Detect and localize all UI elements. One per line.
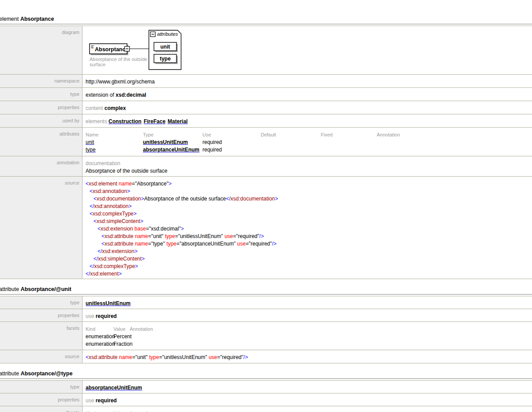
namespace-value: http://www.gbxml.org/schema	[82, 75, 532, 87]
element-doc-table: diagram attributes unit	[0, 26, 532, 279]
source-token: ="absorptanceUnitEnum"	[176, 241, 236, 247]
unit-section-title: attribute Absorptance/@unit	[0, 286, 532, 295]
diagram-element-box[interactable]: Absorptance	[90, 44, 128, 55]
namespace-row-label: namespace	[0, 75, 82, 87]
source-token: <	[86, 181, 89, 187]
attribute-type-link[interactable]: unitlessUnitEnum	[143, 139, 202, 146]
attributes-collapse-icon[interactable]	[150, 32, 155, 37]
source-token: name	[117, 181, 132, 187]
source-token: ="xsd:decimal"	[146, 226, 181, 232]
type-value: extension of xsd:decimal	[82, 88, 532, 101]
source-token: xsd:attribute	[89, 354, 117, 360]
type-properties-key: use	[86, 397, 96, 404]
source-token: type	[165, 241, 176, 247]
source-token: name	[133, 233, 148, 239]
used-by-link[interactable]: FireFace	[144, 118, 165, 125]
source-token: use	[236, 241, 246, 247]
type-type-row-label: type	[0, 381, 82, 393]
source-token: ="unit"	[148, 233, 164, 239]
source-line: <xsd:complexType>	[86, 210, 532, 218]
source-token: name	[133, 241, 148, 247]
unit-source-code: <xsd:attribute name="unit" type="unitles…	[82, 350, 532, 363]
source-token: >	[119, 271, 122, 277]
source-token: type	[164, 233, 175, 239]
source-token: xsd:annotation	[93, 188, 127, 194]
type-type-link[interactable]: absorptanceUnitEnum	[86, 385, 142, 391]
source-token: xsd:element	[89, 181, 117, 187]
attribute-name-link[interactable]: type	[86, 146, 143, 154]
source-token: <	[101, 233, 105, 239]
unit-type-link[interactable]: unitlessUnitEnum	[86, 300, 131, 306]
source-token: ="Absorptance"	[132, 181, 169, 187]
unit-properties-key: use	[86, 313, 96, 319]
source-token: />	[272, 241, 277, 247]
source-line: <xsd:attribute name="unit" type="unitles…	[86, 354, 532, 361]
source-line: <xsd:simpleContent>	[86, 218, 532, 225]
type-facets-row-label: facets	[0, 406, 82, 412]
source-token: >	[135, 248, 138, 254]
type-row: type extension of xsd:decimal	[0, 88, 532, 101]
source-token: </	[86, 271, 90, 277]
attribute-default	[261, 146, 321, 154]
type-base: xsd:decimal	[116, 92, 146, 98]
diagram-element-label: Absorptance	[95, 46, 128, 53]
properties-key: content	[86, 105, 105, 111]
unit-source-row: source <xsd:attribute name="unit" type="…	[0, 350, 532, 363]
annotation-row: annotation documentation Absorptance of …	[0, 156, 532, 177]
source-token: </	[90, 203, 94, 209]
unit-doc-table: type unitlessUnitEnum properties use req…	[0, 296, 532, 363]
source-token: type	[148, 354, 159, 360]
source-token: >	[134, 211, 137, 217]
source-token: use	[223, 233, 233, 239]
source-token: xsd:element	[90, 271, 119, 277]
source-line: </xsd:complexType>	[86, 263, 532, 270]
diagram-unit-label: unit	[161, 44, 170, 50]
source-token: >	[135, 263, 138, 269]
used-by-key: elements	[86, 118, 109, 125]
source-token: xsd:attribute	[105, 241, 133, 247]
source-token: ="required"	[217, 354, 244, 360]
source-line: <xsd:element name="Absorptance">	[86, 180, 532, 188]
title-kind: element	[0, 16, 20, 22]
attributes-row-label: attributes	[0, 128, 82, 156]
source-token: >	[127, 188, 130, 194]
properties-row-label: properties	[0, 101, 82, 114]
source-row: source <xsd:element name="Absorptance"><…	[0, 177, 532, 279]
unit-title-kind: attribute	[0, 286, 21, 292]
type-section-title: attribute Absorptance/@type	[0, 370, 532, 379]
unit-source-row-label: source	[0, 350, 82, 363]
source-line: </xsd:extension>	[86, 248, 532, 255]
attributes-table-header: Annotation	[377, 131, 532, 139]
facet-annotation	[130, 333, 532, 340]
source-token: xsd:simpleContent	[97, 218, 140, 224]
attribute-use: required	[202, 146, 261, 154]
used-by-links: ConstructionFireFaceMaterial	[109, 118, 190, 125]
used-by-link[interactable]: Construction	[109, 118, 142, 125]
element-collapse-icon[interactable]	[125, 46, 130, 51]
properties-content: complex	[105, 105, 126, 111]
attribute-annotation	[377, 139, 532, 146]
source-token: >	[140, 218, 143, 224]
source-line: </xsd:element>	[86, 270, 532, 278]
attribute-type-link[interactable]: absorptanceUnitEnum	[143, 146, 202, 154]
page-title: element Absorptance	[0, 16, 532, 24]
source-token: base	[133, 226, 146, 232]
type-row-label: type	[0, 88, 82, 101]
attribute-name-link[interactable]: unit	[86, 139, 143, 146]
diagram-type-box[interactable]: type	[154, 54, 178, 64]
diagram-row: diagram attributes unit	[0, 26, 532, 75]
annotation-row-label: annotation	[0, 156, 82, 176]
source-token: xsd:simpleContent	[98, 256, 142, 262]
source-token: </	[226, 196, 230, 202]
source-token: ="unitlessUnitEnum"	[159, 354, 207, 360]
attributes-table-header: Type	[143, 131, 202, 139]
source-token: <	[86, 354, 89, 360]
used-by-value: elements ConstructionFireFaceMaterial	[82, 114, 532, 127]
type-prefix: extension of	[86, 92, 116, 98]
source-token: xsd:documentation	[97, 196, 141, 202]
attributes-row: attributes NameTypeUseDefaultFixedAnnota…	[0, 128, 532, 156]
title-element-name: Absorptance	[20, 16, 54, 22]
diagram-unit-box[interactable]: unit	[154, 42, 178, 52]
attributes-table-header: Default	[261, 131, 321, 139]
used-by-link[interactable]: Material	[168, 118, 187, 125]
